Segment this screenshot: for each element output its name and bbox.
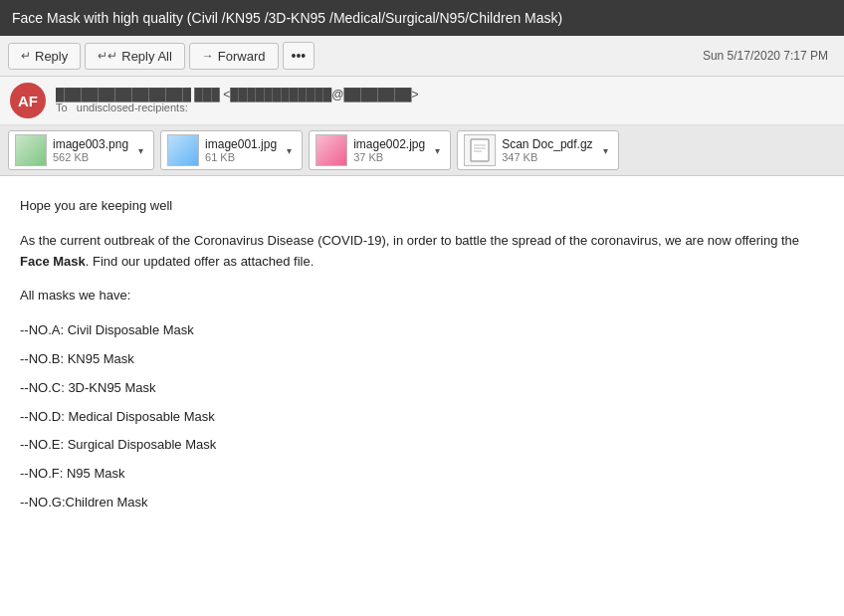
list-item: --NO.E: Surgical Disposable Mask (20, 435, 824, 456)
reply-button[interactable]: ↵ Reply (8, 43, 81, 70)
forward-button[interactable]: → Forward (189, 43, 279, 70)
to-label: To (56, 102, 68, 113)
forward-icon: → (202, 49, 214, 63)
attachment-dropdown-icon[interactable]: ▾ (431, 143, 444, 158)
reply-all-button[interactable]: ↵↵ Reply All (85, 43, 185, 70)
body-bold-text: Face Mask (20, 254, 86, 269)
attachment-dropdown-icon[interactable]: ▾ (134, 143, 147, 158)
sender-name: ████████████████ ███ <████████████@█████… (56, 88, 418, 102)
list-item: --NO.C: 3D-KN95 Mask (20, 378, 824, 399)
attachment-name: Scan Doc_pdf.gz (502, 137, 592, 151)
attachment-item[interactable]: image003.png 562 KB ▾ (8, 130, 154, 170)
body-mask-list: --NO.A: Civil Disposable Mask --NO.B: KN… (20, 320, 824, 513)
actions-bar: ↵ Reply ↵↵ Reply All → Forward ••• Sun 5… (0, 36, 844, 77)
attachment-details: image001.jpg 61 KB (205, 137, 277, 163)
body-masks-header: All masks we have: (20, 286, 824, 307)
attachment-name: image002.jpg (353, 137, 425, 151)
to-value: undisclosed-recipients: (77, 102, 188, 113)
more-options-button[interactable]: ••• (283, 42, 316, 70)
attachments-bar: image003.png 562 KB ▾ image001.jpg 61 KB… (0, 125, 844, 176)
list-item: --NO.D: Medical Disposable Mask (20, 407, 824, 428)
reply-icon: ↵ (21, 49, 31, 63)
body-greeting: Hope you are keeping well (20, 196, 824, 217)
attachment-size: 347 KB (502, 151, 592, 163)
attachment-thumb (464, 134, 496, 166)
forward-label: Forward (218, 49, 266, 64)
attachment-name: image003.png (53, 137, 128, 151)
reply-label: Reply (35, 49, 68, 64)
attachment-details: image002.jpg 37 KB (353, 137, 425, 163)
attachment-size: 37 KB (353, 151, 425, 163)
attachment-size: 61 KB (205, 151, 277, 163)
attachment-item[interactable]: image002.jpg 37 KB ▾ (309, 130, 451, 170)
attachment-size: 562 KB (53, 151, 128, 163)
sender-from: ████████████████ ███ <████████████@█████… (56, 88, 834, 102)
email-title-bar: Face Mask with high quality (Civil /KN95… (0, 0, 844, 36)
body-intro-text: As the current outbreak of the Coronavir… (20, 233, 799, 248)
email-subject: Face Mask with high quality (Civil /KN95… (12, 10, 832, 26)
email-body: Hope you are keeping well As the current… (0, 176, 844, 616)
attachment-thumb (316, 134, 347, 166)
attachment-item[interactable]: image001.jpg 61 KB ▾ (160, 130, 303, 170)
list-item: --NO.F: N95 Mask (20, 464, 824, 485)
reply-all-icon: ↵↵ (98, 49, 117, 63)
attachment-details: Scan Doc_pdf.gz 347 KB (502, 137, 592, 163)
body-intro-end: . Find our updated offer as attached fil… (86, 254, 315, 269)
avatar: AF (10, 83, 46, 118)
reply-all-label: Reply All (121, 49, 172, 64)
attachment-item[interactable]: Scan Doc_pdf.gz 347 KB ▾ (457, 130, 618, 170)
attachment-thumb (15, 134, 47, 166)
attachment-dropdown-icon[interactable]: ▾ (599, 143, 612, 158)
attachment-details: image003.png 562 KB (53, 137, 128, 163)
list-item: --NO.B: KN95 Mask (20, 349, 824, 370)
sender-info: ████████████████ ███ <████████████@█████… (56, 88, 834, 113)
sender-row: AF ████████████████ ███ <████████████@██… (0, 77, 844, 125)
list-item: --NO.G:Children Mask (20, 493, 824, 513)
body-intro: As the current outbreak of the Coronavir… (20, 231, 824, 273)
attachment-thumb (167, 134, 199, 166)
attachment-dropdown-icon[interactable]: ▾ (283, 143, 296, 158)
attachment-name: image001.jpg (205, 137, 277, 151)
svg-rect-0 (471, 139, 489, 161)
sender-to-line: To undisclosed-recipients: (56, 102, 834, 113)
email-date: Sun 5/17/2020 7:17 PM (703, 49, 836, 63)
list-item: --NO.A: Civil Disposable Mask (20, 320, 824, 341)
